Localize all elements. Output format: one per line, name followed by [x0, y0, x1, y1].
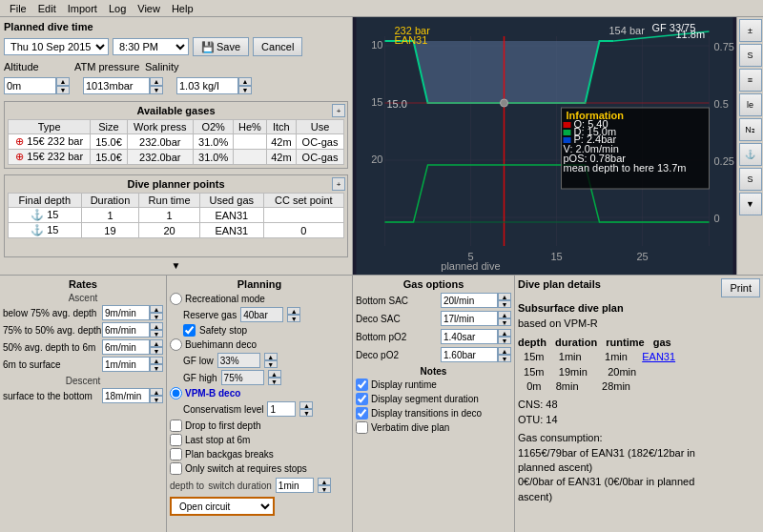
gas-col-itch: Itch [266, 120, 297, 134]
vpm-b-row: VPM-B deco [170, 387, 349, 399]
dive-plan-panel: Dive plan details Print Subsurface dive … [515, 276, 763, 532]
deco-sac-row: Deco SAC ▲ ▼ [356, 311, 511, 326]
bottom-sac-input[interactable] [441, 293, 498, 308]
menu-file[interactable]: File [4, 3, 32, 14]
gf-low-input[interactable] [217, 353, 260, 368]
svg-text:planned dive: planned dive [441, 260, 500, 272]
deco-po2-label: Deco pO2 [356, 350, 441, 360]
menu-log[interactable]: Log [103, 3, 132, 14]
gas-col-he: He% [234, 120, 266, 134]
sidebar-icon-3[interactable]: ≡ [739, 69, 762, 92]
left-panel: Planned dive time Thu 10 Sep 2015 8:30 P… [0, 17, 353, 275]
svg-text:11.8m: 11.8m [676, 29, 706, 40]
last-stop-checkbox[interactable] [170, 434, 182, 446]
buehimann-radio[interactable] [170, 338, 182, 351]
gases-expand-btn[interactable]: + [332, 104, 345, 117]
ascent-subtitle: Ascent [3, 293, 163, 303]
otu-value: OTU: 14 [518, 413, 760, 427]
min-switch-input[interactable] [276, 478, 314, 493]
sidebar-icon-anchor[interactable]: ⚓ [739, 143, 762, 166]
vpm-b-radio[interactable] [170, 387, 182, 399]
reserve-gas-input[interactable] [240, 307, 283, 322]
display-segment-label: Display segment duration [371, 394, 479, 404]
deco-sac-input[interactable] [441, 311, 498, 326]
buehimann-row: Buehimann deco [170, 338, 349, 351]
sidebar-icon-1[interactable]: ± [739, 19, 762, 42]
gf-low-label: GF low [183, 356, 214, 366]
dive-time-row: Planned dive time [4, 21, 348, 32]
salinity-input[interactable]: ▲ ▼ [176, 77, 252, 94]
rate-input-descent[interactable]: ▲ ▼ [102, 388, 163, 403]
planner-col-gas: Used gas [199, 194, 263, 208]
display-transitions-row: Display transitions in deco [356, 407, 511, 419]
circuit-select[interactable]: Open circuit Closed circuit [170, 497, 275, 516]
ean31-link[interactable]: EAN31 [642, 351, 675, 362]
svg-text:EAN31: EAN31 [395, 34, 428, 46]
svg-text:20: 20 [371, 153, 382, 165]
bottom-po2-input[interactable] [441, 329, 498, 344]
dive-plan-entry-1: 15m 1min 1min EAN31 [518, 350, 760, 364]
rate-input-2[interactable]: ▲ ▼ [102, 322, 163, 338]
date-select[interactable]: Thu 10 Sep 2015 [4, 38, 109, 55]
planner-expand-btn[interactable]: + [332, 177, 345, 191]
sidebar-icon-2[interactable]: S [739, 44, 762, 67]
svg-text:154 bar: 154 bar [609, 25, 646, 36]
svg-point-30 [501, 99, 508, 107]
altitude-inputs: ▲ ▼ ▲ ▼ ▲ ▼ [4, 77, 348, 94]
rate-input-3[interactable]: ▲ ▼ [102, 339, 163, 355]
deco-po2-input[interactable] [441, 347, 498, 362]
altitude-input[interactable]: ▲ ▼ [4, 77, 70, 94]
gas-line-3: 0€/0bar of EAN31 (0€/0bar in planned [518, 475, 760, 489]
menu-import[interactable]: Import [62, 3, 103, 14]
rates-panel: Rates Ascent below 75% avg. depth ▲ ▼ 75… [0, 276, 167, 532]
display-runtime-checkbox[interactable] [356, 379, 368, 391]
notes-title: Notes [356, 366, 511, 377]
conservatism-input[interactable] [267, 401, 296, 417]
safety-stop-checkbox[interactable] [183, 324, 196, 337]
drop-first-depth-checkbox[interactable] [170, 419, 182, 432]
bottom-chevron[interactable]: ▼ [4, 260, 348, 271]
recreational-mode-row: Recreational mode [170, 293, 349, 305]
dive-plan-based-on: based on VPM-R [518, 317, 760, 331]
gf-high-input[interactable] [221, 370, 264, 385]
bottom-sac-row: Bottom SAC ▲ ▼ [356, 293, 511, 308]
gas-col-type: Type [9, 120, 91, 134]
gas-line-2: planned ascent) [518, 460, 760, 475]
rate-row-4: 6m to surface ▲ ▼ [3, 357, 163, 372]
time-select[interactable]: 8:30 PM [113, 38, 189, 55]
svg-text:mean depth to here 13.7m: mean depth to here 13.7m [564, 162, 687, 174]
rate-row-3: 50% avg. depth to 6m ▲ ▼ [3, 339, 163, 355]
svg-rect-33 [564, 122, 571, 128]
verbatim-dive-checkbox[interactable] [356, 421, 368, 434]
rate-input-1[interactable]: ▲ ▼ [102, 305, 163, 320]
backgas-breaks-checkbox[interactable] [170, 448, 182, 460]
gas-line-4: ascent) [518, 490, 760, 504]
verbatim-dive-row: Verbatim dive plan [356, 421, 511, 434]
bottom-po2-row: Bottom pO2 ▲ ▼ [356, 329, 511, 344]
print-button[interactable]: Print [721, 278, 760, 297]
gas-col-o2: O2% [193, 120, 233, 134]
last-stop-row: Last stop at 6m [170, 434, 349, 446]
display-transitions-checkbox[interactable] [356, 407, 368, 419]
sidebar-icon-down[interactable]: ▼ [739, 193, 762, 215]
planner-row-2: ⚓ 15 19 20 EAN31 0 [9, 223, 344, 238]
sidebar-icon-n2[interactable]: N₂ [739, 118, 762, 141]
sidebar-icon-s2[interactable]: S [739, 168, 762, 191]
menu-edit[interactable]: Edit [32, 3, 62, 14]
planning-panel: Planning Recreational mode Reserve gas ▲… [167, 276, 353, 532]
rate-input-4[interactable]: ▲ ▼ [102, 357, 163, 372]
rate-label-2: 75% to 50% avg. depth [3, 325, 102, 336]
recreational-radio[interactable] [170, 293, 182, 305]
atm-pressure-input[interactable]: ▲ ▼ [83, 77, 163, 94]
min-switch-label: depth to [170, 481, 204, 491]
dive-plan-col-headers: depth duration runtime gas [518, 336, 760, 350]
cancel-button[interactable]: Cancel [253, 37, 302, 56]
sidebar-icon-le[interactable]: le [739, 93, 762, 116]
display-segment-checkbox[interactable] [356, 393, 368, 405]
save-button[interactable]: 💾 Save [193, 37, 249, 56]
planner-col-duration: Duration [81, 194, 139, 208]
menu-view[interactable]: View [132, 3, 166, 14]
menu-help[interactable]: Help [166, 3, 199, 14]
switch-stops-checkbox[interactable] [170, 462, 182, 475]
altitude-row: Altitude ATM pressure Salinity [4, 61, 348, 72]
